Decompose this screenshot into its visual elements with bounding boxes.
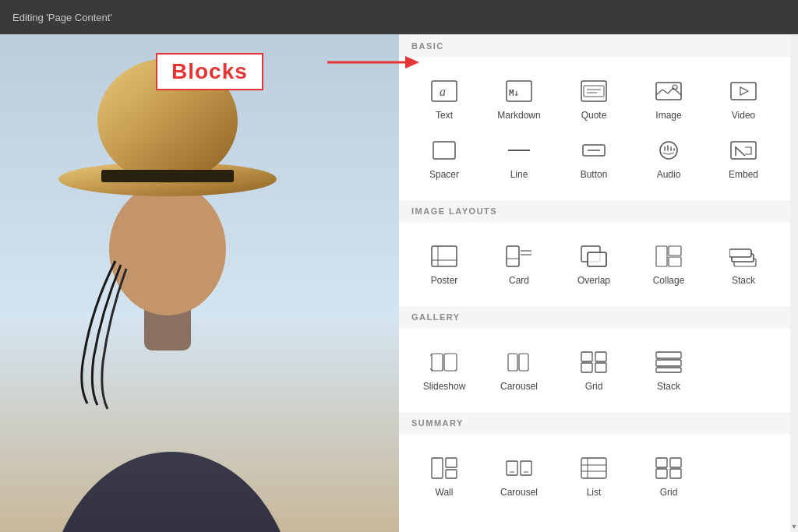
block-label-embed: Embed bbox=[729, 169, 758, 180]
block-label-grid-summary: Grid bbox=[660, 487, 678, 498]
svg-rect-63 bbox=[507, 461, 517, 475]
card-icon bbox=[502, 242, 536, 270]
svg-rect-73 bbox=[656, 469, 667, 478]
block-item-collage[interactable]: Collage bbox=[631, 234, 706, 294]
svg-rect-59 bbox=[656, 368, 681, 372]
spacer-icon bbox=[427, 136, 461, 164]
svg-rect-48 bbox=[444, 354, 457, 371]
svg-rect-37 bbox=[588, 252, 606, 266]
block-item-carousel-gallery[interactable]: Carousel bbox=[482, 340, 556, 400]
block-label-carousel-gallery: Carousel bbox=[500, 381, 538, 392]
block-item-slideshow[interactable]: Slideshow bbox=[407, 340, 482, 400]
block-item-markdown[interactable]: M↓ Markdown bbox=[482, 69, 556, 129]
carousel-summary-icon bbox=[502, 454, 536, 482]
block-item-stack-il[interactable]: Stack bbox=[706, 234, 781, 294]
block-label-audio: Audio bbox=[657, 169, 681, 180]
quote-icon bbox=[577, 77, 611, 105]
editing-label: Editing 'Page Content' bbox=[12, 12, 112, 23]
svg-rect-21 bbox=[731, 83, 756, 100]
blocks-annotation: Blocks bbox=[156, 53, 263, 90]
block-item-stack-gallery[interactable]: Stack bbox=[631, 340, 706, 400]
block-item-poster[interactable]: Poster bbox=[407, 234, 482, 294]
block-item-grid-gallery[interactable]: Grid bbox=[556, 340, 631, 400]
gallery-block-grid: Slideshow Carousel bbox=[399, 328, 798, 412]
section-header-image-layouts: IMAGE LAYOUTS bbox=[399, 200, 798, 222]
button-icon bbox=[577, 136, 611, 164]
svg-rect-71 bbox=[656, 458, 667, 467]
svg-rect-28 bbox=[731, 142, 756, 159]
svg-rect-32 bbox=[507, 246, 519, 266]
svg-rect-64 bbox=[521, 461, 531, 475]
block-label-card: Card bbox=[509, 275, 529, 286]
block-label-overlap: Overlap bbox=[577, 275, 610, 286]
embed-icon bbox=[726, 136, 761, 164]
svg-text:a: a bbox=[440, 85, 446, 98]
scrollbar[interactable]: ▲ ▼ bbox=[790, 0, 798, 532]
block-item-line[interactable]: Line bbox=[482, 129, 556, 188]
block-item-text[interactable]: a Text bbox=[407, 69, 482, 129]
audio-icon bbox=[651, 136, 686, 164]
block-label-stack-gallery: Stack bbox=[657, 381, 680, 392]
block-item-embed[interactable]: Embed bbox=[706, 129, 781, 188]
block-item-carousel-summary[interactable]: Carousel bbox=[482, 446, 556, 506]
block-item-image[interactable]: Image bbox=[631, 69, 706, 129]
block-item-video[interactable]: Video bbox=[706, 69, 781, 129]
block-item-audio[interactable]: Audio bbox=[631, 129, 706, 188]
svg-rect-6 bbox=[101, 170, 234, 182]
text-icon: a bbox=[427, 77, 461, 105]
svg-rect-60 bbox=[432, 458, 443, 478]
block-label-line: Line bbox=[510, 169, 528, 180]
block-item-card[interactable]: Card bbox=[482, 234, 556, 294]
svg-marker-8 bbox=[405, 56, 419, 69]
block-label-carousel-summary: Carousel bbox=[500, 487, 538, 498]
block-label-grid-gallery: Grid bbox=[585, 381, 603, 392]
block-item-wall[interactable]: Wall bbox=[407, 446, 482, 506]
svg-text:M↓: M↓ bbox=[509, 88, 519, 98]
svg-rect-58 bbox=[656, 360, 681, 366]
svg-rect-47 bbox=[432, 354, 443, 371]
scroll-down-arrow[interactable]: ▼ bbox=[791, 523, 798, 530]
block-label-list: List bbox=[587, 487, 602, 498]
block-item-quote[interactable]: Quote bbox=[556, 69, 631, 129]
panel-content[interactable]: BASIC a Text M↓ bbox=[399, 35, 798, 532]
slideshow-icon bbox=[427, 348, 461, 376]
block-label-image: Image bbox=[655, 110, 681, 121]
svg-rect-39 bbox=[656, 246, 667, 266]
svg-point-3 bbox=[109, 183, 226, 315]
stack-il-icon bbox=[726, 242, 761, 270]
svg-rect-51 bbox=[508, 354, 517, 371]
list-icon bbox=[577, 454, 611, 482]
svg-rect-54 bbox=[595, 352, 606, 361]
section-header-basic: BASIC bbox=[399, 35, 798, 57]
svg-rect-23 bbox=[433, 142, 455, 159]
block-label-slideshow: Slideshow bbox=[423, 381, 466, 392]
block-label-stack-il: Stack bbox=[732, 275, 755, 286]
block-label-poster: Poster bbox=[431, 275, 458, 286]
block-item-spacer[interactable]: Spacer bbox=[407, 129, 482, 188]
block-item-grid-summary[interactable]: Grid bbox=[631, 446, 706, 506]
line-icon bbox=[502, 136, 536, 164]
svg-rect-45 bbox=[729, 249, 751, 257]
stack-gallery-icon bbox=[651, 348, 686, 376]
svg-rect-53 bbox=[581, 352, 592, 361]
block-label-markdown: Markdown bbox=[497, 110, 540, 121]
block-item-list[interactable]: List bbox=[556, 446, 631, 506]
block-label-quote: Quote bbox=[581, 110, 607, 121]
svg-rect-57 bbox=[656, 352, 681, 358]
svg-rect-62 bbox=[446, 470, 457, 478]
markdown-icon: M↓ bbox=[502, 77, 536, 105]
svg-rect-52 bbox=[519, 354, 528, 371]
block-label-video: Video bbox=[732, 110, 755, 121]
section-header-gallery: GALLERY bbox=[399, 306, 798, 328]
wall-icon bbox=[427, 454, 461, 482]
svg-rect-15 bbox=[581, 81, 606, 101]
blocks-box-label: Blocks bbox=[156, 53, 263, 90]
image-icon bbox=[651, 77, 686, 105]
arrow-svg bbox=[327, 53, 421, 72]
grid-summary-icon bbox=[651, 454, 686, 482]
block-item-button[interactable]: Button bbox=[556, 129, 631, 188]
top-bar: Editing 'Page Content' bbox=[0, 0, 798, 34]
section-header-summary: SUMMARY bbox=[399, 412, 798, 434]
block-item-overlap[interactable]: Overlap bbox=[556, 234, 631, 294]
block-label-spacer: Spacer bbox=[429, 169, 459, 180]
